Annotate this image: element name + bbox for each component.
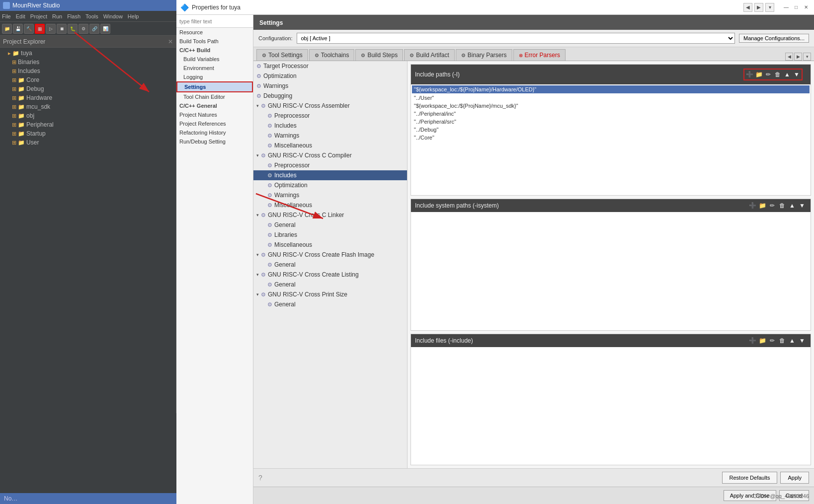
include-paths-add-workspace-btn[interactable]: 📁 bbox=[754, 70, 763, 79]
project-explorer-close[interactable]: ✕ bbox=[168, 38, 173, 45]
manage-configurations-btn[interactable]: Manage Configurations... bbox=[739, 34, 809, 43]
include-path-item-3[interactable]: "../Peripheral/inc" bbox=[412, 110, 810, 118]
nav-cpp-build[interactable]: C/C++ Build bbox=[176, 46, 253, 55]
tab-build-artifact[interactable]: ⚙ Build Artifact bbox=[404, 49, 455, 61]
include-paths-add-btn[interactable]: ➕ bbox=[745, 70, 754, 79]
tree-item-core[interactable]: ⊞ 📁 Core bbox=[0, 75, 176, 84]
toolbar-btn-7[interactable]: 🐛 bbox=[68, 24, 78, 34]
tree-assembler[interactable]: ▾ ⚙ GNU RISC-V Cross Assembler bbox=[253, 101, 407, 111]
nav-run-debug-setting[interactable]: Run/Debug Setting bbox=[176, 137, 253, 146]
nav-forward-btn[interactable]: ▶ bbox=[754, 3, 763, 12]
include-paths-move-down-btn[interactable]: ▼ bbox=[792, 70, 801, 79]
nav-cpp-general[interactable]: C/C++ General bbox=[176, 101, 253, 110]
nav-tool-chain-editor[interactable]: Tool Chain Editor bbox=[176, 92, 253, 101]
toolbar-btn-3[interactable]: 🔨 bbox=[24, 24, 34, 34]
menu-window[interactable]: Window bbox=[103, 13, 123, 19]
tabs-scroll-menu[interactable]: ▾ bbox=[803, 53, 811, 61]
tab-tool-settings[interactable]: ⚙ Tool Settings bbox=[256, 49, 308, 61]
tabs-scroll-right[interactable]: ▶ bbox=[794, 53, 802, 61]
nav-settings[interactable]: Settings bbox=[176, 81, 253, 92]
include-paths-edit-btn[interactable]: ✏ bbox=[764, 70, 773, 79]
dialog-maximize-btn[interactable]: □ bbox=[792, 3, 800, 11]
include-paths-move-up-btn[interactable]: ▲ bbox=[783, 70, 792, 79]
nav-build-variables[interactable]: Build Variables bbox=[176, 55, 253, 64]
tree-c-compiler-warnings[interactable]: ⚙ Warnings bbox=[253, 190, 407, 200]
tabs-scroll-left[interactable]: ◀ bbox=[785, 53, 793, 61]
tree-optimization[interactable]: ⚙ Optimization bbox=[253, 71, 407, 81]
tree-listing-general[interactable]: ⚙ General bbox=[253, 280, 407, 289]
include-system-edit-btn[interactable]: ✏ bbox=[768, 201, 777, 210]
tree-print-size-general[interactable]: ⚙ General bbox=[253, 299, 407, 309]
toolbar-btn-2[interactable]: 💾 bbox=[13, 24, 23, 34]
toolbar-btn-highlighted[interactable]: ▦ bbox=[35, 24, 45, 34]
tree-assembler-warnings[interactable]: ⚙ Warnings bbox=[253, 131, 407, 141]
include-system-delete-btn[interactable]: 🗑 bbox=[778, 201, 787, 210]
menu-tools[interactable]: Tools bbox=[85, 13, 98, 19]
include-files-edit-btn[interactable]: ✏ bbox=[768, 336, 777, 345]
restore-defaults-btn[interactable]: Restore Defaults bbox=[722, 472, 778, 484]
nav-menu-btn[interactable]: ▾ bbox=[765, 3, 774, 12]
menu-flash[interactable]: Flash bbox=[67, 13, 81, 19]
include-system-up-btn[interactable]: ▲ bbox=[788, 201, 797, 210]
tab-toolchains[interactable]: ⚙ Toolchains bbox=[309, 49, 355, 61]
tree-assembler-preprocessor[interactable]: ⚙ Preprocessor bbox=[253, 111, 407, 121]
tree-c-linker[interactable]: ▾ ⚙ GNU RISC-V Cross C Linker bbox=[253, 210, 407, 220]
tree-listing[interactable]: ▾ ⚙ GNU RISC-V Cross Create Listing bbox=[253, 270, 407, 280]
toolbar-btn-8[interactable]: ⚙ bbox=[79, 24, 88, 34]
include-path-item-4[interactable]: "../Peripheral/src" bbox=[412, 118, 810, 126]
include-paths-delete-btn[interactable]: 🗑 bbox=[773, 70, 782, 79]
toolbar-btn-1[interactable]: 📁 bbox=[2, 24, 12, 34]
tab-error-parsers[interactable]: ⊗ Error Parsers bbox=[513, 49, 566, 61]
include-system-add-ws-btn[interactable]: 📁 bbox=[758, 201, 767, 210]
menu-file[interactable]: File bbox=[2, 13, 11, 19]
tree-item-binaries[interactable]: ⊞ Binaries bbox=[0, 58, 176, 67]
tree-c-compiler-includes[interactable]: ⚙ Includes bbox=[253, 170, 407, 180]
nav-environment[interactable]: Environment bbox=[176, 64, 253, 72]
tree-assembler-misc[interactable]: ⚙ Miscellaneous bbox=[253, 141, 407, 150]
include-path-item-6[interactable]: "../Core" bbox=[412, 134, 810, 142]
tree-item-includes[interactable]: ⊞ Includes bbox=[0, 67, 176, 75]
tree-flash-image[interactable]: ▾ ⚙ GNU RISC-V Cross Create Flash Image bbox=[253, 250, 407, 260]
include-files-down-btn[interactable]: ▼ bbox=[798, 336, 807, 345]
tree-item-debug[interactable]: ⊞ 📁 Debug bbox=[0, 84, 176, 93]
tree-item-hardware[interactable]: ⊞ 📁 Hardware bbox=[0, 93, 176, 102]
nav-build-tools-path[interactable]: Build Tools Path bbox=[176, 37, 253, 46]
tree-debugging[interactable]: ⚙ Debugging bbox=[253, 91, 407, 101]
nav-project-natures[interactable]: Project Natures bbox=[176, 110, 253, 119]
include-files-add-btn[interactable]: ➕ bbox=[748, 336, 757, 345]
tree-c-compiler-optimization[interactable]: ⚙ Optimization bbox=[253, 180, 407, 190]
toolbar-btn-5[interactable]: ▷ bbox=[46, 24, 56, 34]
tree-item-user[interactable]: ⊞ 📁 User bbox=[0, 138, 176, 147]
dialog-close-btn[interactable]: ✕ bbox=[802, 3, 810, 11]
nav-refactoring-history[interactable]: Refactoring History bbox=[176, 128, 253, 137]
nav-logging[interactable]: Logging bbox=[176, 72, 253, 81]
include-path-item-2[interactable]: "${workspace_loc:/${ProjName}/mcu_sdk}" bbox=[412, 102, 810, 110]
include-system-add-btn[interactable]: ➕ bbox=[748, 201, 757, 210]
tree-assembler-includes[interactable]: ⚙ Includes bbox=[253, 121, 407, 131]
tree-c-linker-general[interactable]: ⚙ General bbox=[253, 220, 407, 230]
nav-project-references[interactable]: Project References bbox=[176, 119, 253, 128]
nav-resource[interactable]: Resource bbox=[176, 28, 253, 37]
tree-print-size[interactable]: ▾ ⚙ GNU RISC-V Cross Print Size bbox=[253, 289, 407, 299]
tree-c-linker-libraries[interactable]: ⚙ Libraries bbox=[253, 230, 407, 240]
tab-binary-parsers[interactable]: ⚙ Binary Parsers bbox=[456, 49, 512, 61]
menu-run[interactable]: Run bbox=[52, 13, 62, 19]
tree-flash-image-general[interactable]: ⚙ General bbox=[253, 260, 407, 270]
include-path-item-5[interactable]: "../Debug" bbox=[412, 126, 810, 134]
menu-help[interactable]: Help bbox=[128, 13, 139, 19]
include-files-delete-btn[interactable]: 🗑 bbox=[778, 336, 787, 345]
include-files-add-ws-btn[interactable]: 📁 bbox=[758, 336, 767, 345]
tree-c-linker-misc[interactable]: ⚙ Miscellaneous bbox=[253, 240, 407, 250]
tab-build-steps[interactable]: ⚙ Build Steps bbox=[355, 49, 403, 61]
include-files-up-btn[interactable]: ▲ bbox=[788, 336, 797, 345]
ide-menubar[interactable]: File Edit Project Run Flash Tools Window… bbox=[0, 11, 176, 22]
include-system-down-btn[interactable]: ▼ bbox=[798, 201, 807, 210]
tree-root[interactable]: ▸ 📁 tuya bbox=[0, 49, 176, 58]
tree-c-compiler[interactable]: ▾ ⚙ GNU RISC-V Cross C Compiler bbox=[253, 150, 407, 160]
toolbar-btn-10[interactable]: 📊 bbox=[100, 24, 110, 34]
tree-item-startup[interactable]: ⊞ 📁 Startup bbox=[0, 129, 176, 138]
menu-project[interactable]: Project bbox=[30, 13, 47, 19]
tree-item-obj[interactable]: ⊞ 📁 obj bbox=[0, 111, 176, 120]
apply-btn[interactable]: Apply bbox=[780, 472, 809, 484]
tree-target-processor[interactable]: ⚙ Target Processor bbox=[253, 61, 407, 71]
